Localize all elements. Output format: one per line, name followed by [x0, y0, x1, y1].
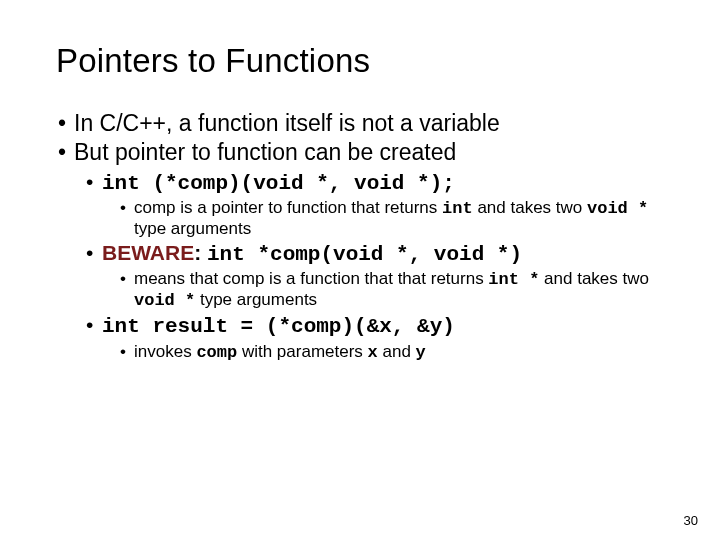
bullet-l1: In C/C++, a function itself is not a var…	[56, 110, 670, 136]
text: means that comp is a function that that …	[134, 269, 488, 288]
text: with parameters	[237, 342, 367, 361]
bullet-l2-code: int result = (*comp)(&x, &y)	[84, 312, 670, 339]
text: and takes two	[539, 269, 649, 288]
bullet-l3: invokes comp with parameters x and y	[118, 342, 670, 363]
text: comp is a pointer to function that retur…	[134, 198, 442, 217]
code-inline: int	[442, 199, 473, 218]
code-snippet: int (*comp)(void *, void *);	[102, 172, 455, 195]
bullet-l3: comp is a pointer to function that retur…	[118, 198, 670, 238]
code-inline: int *	[488, 270, 539, 289]
code-inline: void *	[134, 291, 195, 310]
text: and takes two	[473, 198, 587, 217]
bullet-l2-beware: BEWARE: int *comp(void *, void *)	[84, 240, 670, 267]
code-snippet: int *comp(void *, void *)	[207, 243, 522, 266]
bullet-l3: means that comp is a function that that …	[118, 269, 670, 310]
code-inline: comp	[196, 343, 237, 362]
text: invokes	[134, 342, 196, 361]
code-inline: x	[368, 343, 378, 362]
code-snippet: int result = (*comp)(&x, &y)	[102, 315, 455, 338]
bullet-list: In C/C++, a function itself is not a var…	[56, 110, 670, 362]
beware-label: BEWARE	[102, 241, 194, 264]
page-number: 30	[684, 513, 698, 528]
slide: Pointers to Functions In C/C++, a functi…	[0, 0, 720, 540]
text: and	[378, 342, 416, 361]
code-inline: y	[416, 343, 426, 362]
slide-title: Pointers to Functions	[56, 42, 670, 80]
text: :	[194, 241, 207, 264]
code-inline: void *	[587, 199, 648, 218]
text: type arguments	[195, 290, 317, 309]
text: type arguments	[134, 219, 251, 238]
bullet-l2-code: int (*comp)(void *, void *);	[84, 169, 670, 196]
bullet-l1: But pointer to function can be created	[56, 139, 670, 165]
